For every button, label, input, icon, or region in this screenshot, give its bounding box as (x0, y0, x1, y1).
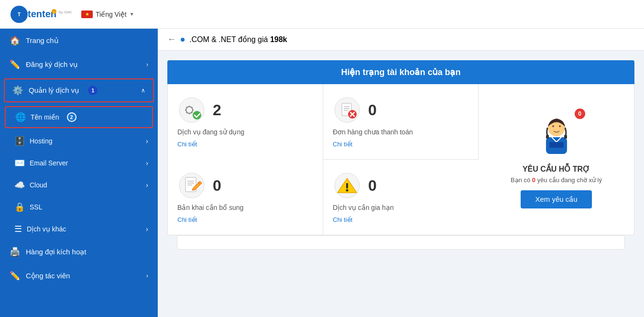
cloud-icon: ☁️ (14, 180, 25, 190)
stat-link-declarations[interactable]: Chi tiết (177, 216, 197, 223)
support-count-badge: 0 (575, 109, 585, 119)
svg-text:T: T (18, 12, 21, 17)
chevron-up-icon: ∧ (141, 87, 145, 94)
svg-point-8 (193, 111, 201, 120)
support-icon-wrap: 0 (533, 111, 580, 161)
flag-icon (81, 11, 93, 18)
back-arrow-icon[interactable]: ← (167, 34, 176, 44)
stat-link-unpaid[interactable]: Chi tiết (333, 141, 352, 148)
sidebar-item-quan-ly[interactable]: ⚙️ Quản lý dịch vụ 1 ∧ (4, 78, 154, 102)
stat-number-expiring: 0 (368, 177, 377, 195)
warning-icon (333, 171, 361, 200)
stat-label-expiring: Dịch vụ cần gia hạn (333, 204, 394, 211)
main-layout: 🏠 Trang chủ ✏️ Đăng ký dịch vụ › ⚙️ Quản… (0, 29, 644, 317)
sidebar-item-cloud[interactable]: ☁️ Cloud › (0, 174, 158, 196)
support-person-icon (533, 111, 580, 159)
gear-check-icon (177, 96, 206, 124)
stat-number-declarations: 0 (213, 177, 221, 195)
lock-icon: 🔒 (14, 202, 25, 212)
sidebar-label-cong-tac-vien: Cộng tác viên (26, 272, 70, 280)
stat-card-declarations: 0 Bản khai cần bổ sung Chi tiết (168, 160, 323, 235)
language-selector[interactable]: Tiếng Việt ▼ (81, 11, 134, 18)
stat-link-expiring[interactable]: Chi tiết (333, 216, 352, 223)
svg-point-17 (552, 125, 554, 127)
sidebar: 🏠 Trang chủ ✏️ Đăng ký dịch vụ › ⚙️ Quản… (0, 29, 158, 317)
world-icon: 🌐 (15, 112, 26, 122)
sidebar-item-dich-vu-khac[interactable]: ☰ Dịch vụ khác › (0, 218, 158, 240)
gear-icon: ⚙️ (12, 85, 23, 96)
sidebar-item-trang-chu[interactable]: 🏠 Trang chủ (0, 29, 158, 53)
svg-point-18 (559, 125, 561, 127)
sidebar-label-trang-chu: Trang chủ (26, 36, 59, 45)
notice-dot (181, 38, 185, 42)
pencil-icon: ✏️ (10, 59, 20, 70)
sidebar-label-ten-mien: Tên miền (31, 113, 59, 121)
sidebar-item-ssl[interactable]: 🔒 SSL (0, 196, 158, 218)
stat-link-active[interactable]: Chi tiết (177, 141, 197, 148)
logo-svg: T tenten o by GMO (10, 5, 72, 24)
sidebar-item-dang-ky[interactable]: ✏️ Đăng ký dịch vụ › (0, 53, 158, 77)
menu-icon: ☰ (14, 224, 22, 234)
support-count: 0 (532, 176, 535, 184)
stat-number-active: 2 (213, 101, 221, 119)
doc-x-icon (333, 96, 361, 124)
dashboard: Hiện trạng tài khoản của bạn (158, 51, 644, 269)
svg-point-31 (346, 189, 348, 191)
stat-top-expiring: 0 (333, 171, 377, 200)
stat-card-support: 0 YÊU CẦU HỖ TRỢ Bạn có 0 yêu cầu đang c… (479, 84, 634, 235)
sidebar-label-ssl: SSL (30, 203, 42, 211)
sidebar-label-cloud: Cloud (30, 181, 47, 189)
bottom-partial-section (177, 235, 625, 250)
svg-rect-30 (346, 183, 348, 188)
view-requests-button[interactable]: Xem yêu cầu (521, 190, 591, 208)
support-title: YÊU CẦU HỖ TRỢ (523, 164, 590, 174)
svg-text:by GMO: by GMO (59, 10, 72, 14)
stat-top-declarations: 0 (177, 171, 221, 200)
sidebar-item-hang-doi[interactable]: 🖨️ Hàng đợi kích hoạt (0, 240, 158, 264)
stats-grid: 2 Dịch vụ đang sử dụng Chi tiết (167, 84, 634, 235)
logo: T tenten o by GMO (10, 5, 72, 24)
home-icon: 🏠 (10, 35, 20, 46)
sidebar-label-email-server: Email Server (30, 159, 68, 167)
chevron-right-icon-cloud: › (146, 181, 148, 189)
section-title: Hiện trạng tài khoản của bạn (167, 60, 634, 84)
database-icon: 🗄️ (14, 136, 25, 146)
svg-point-6 (179, 98, 204, 122)
sidebar-label-dang-ky: Đăng ký dịch vụ (26, 60, 78, 69)
topbar: T tenten o by GMO Tiếng Việt ▼ (0, 0, 644, 29)
sidebar-item-ten-mien[interactable]: 🌐 Tên miền 2 (5, 106, 153, 128)
svg-rect-21 (549, 142, 564, 148)
chevron-right-icon-dvk: › (146, 225, 148, 233)
submenu-quan-ly: 🌐 Tên miền 2 🗄️ Hosting › ✉️ Email Serve… (0, 104, 158, 240)
stat-card-expiring: 0 Dịch vụ cần gia hạn Chi tiết (323, 160, 479, 235)
partner-icon: ✏️ (10, 271, 20, 281)
content-area: ← .COM & .NET đồng giá 198k Hiện trạng t… (158, 29, 644, 317)
chevron-down-icon: ▼ (130, 11, 134, 17)
language-label: Tiếng Việt (96, 11, 127, 18)
stat-label-declarations: Bản khai cần bổ sung (177, 204, 243, 211)
badge-ten-mien: 2 (67, 112, 76, 122)
chevron-right-icon: › (146, 61, 148, 68)
stat-top-unpaid: 0 (333, 96, 377, 124)
printer-icon: 🖨️ (10, 247, 20, 257)
chevron-right-icon-ctv: › (146, 273, 148, 279)
stat-label-active: Dịch vụ đang sử dụng (177, 128, 244, 136)
svg-rect-20 (564, 135, 567, 139)
stat-top-active: 2 (177, 96, 221, 124)
email-icon: ✉️ (14, 158, 25, 168)
sidebar-label-quan-ly: Quản lý dịch vụ (29, 86, 79, 95)
sidebar-item-cong-tac-vien[interactable]: ✏️ Cộng tác viên › (0, 264, 158, 288)
notice-bar: ← .COM & .NET đồng giá 198k (158, 29, 644, 51)
sidebar-label-hang-doi: Hàng đợi kích hoạt (26, 248, 86, 256)
sidebar-item-hosting[interactable]: 🗄️ Hosting › (0, 130, 158, 152)
sidebar-item-email-server[interactable]: ✉️ Email Server › (0, 152, 158, 174)
chevron-right-icon-hosting: › (146, 137, 148, 145)
sidebar-label-dich-vu-khac: Dịch vụ khác (27, 225, 66, 233)
sidebar-label-hosting: Hosting (30, 137, 52, 145)
notice-text: .COM & .NET đồng giá 198k (189, 35, 287, 44)
notice-highlight: 198k (270, 35, 287, 44)
badge-quan-ly: 1 (88, 86, 98, 95)
support-desc: Bạn có 0 yêu cầu đang chờ xử lý (511, 176, 602, 184)
stat-number-unpaid: 0 (368, 101, 377, 119)
stat-card-active-services: 2 Dịch vụ đang sử dụng Chi tiết (168, 84, 323, 160)
